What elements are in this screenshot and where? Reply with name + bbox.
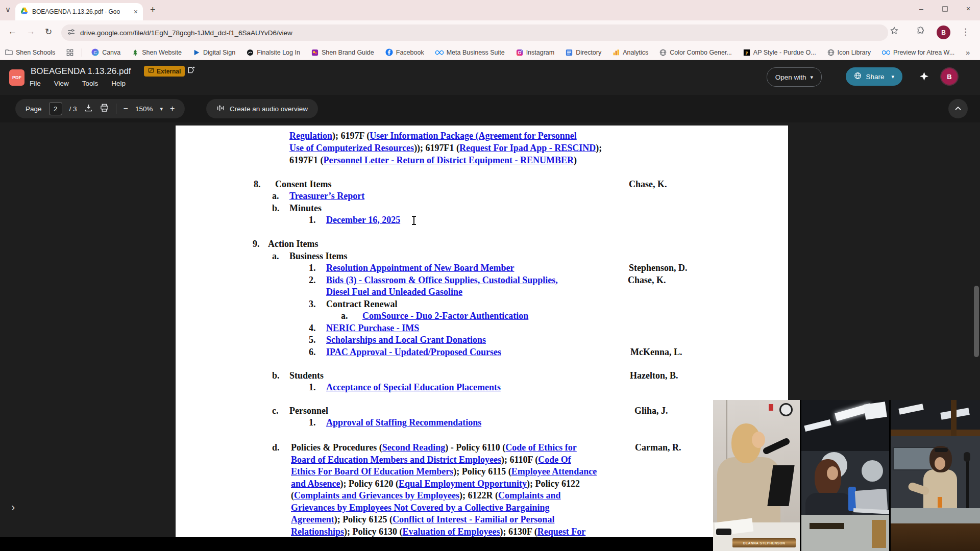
download-icon[interactable] xyxy=(84,104,93,114)
doc-link[interactable]: Employee Attendance xyxy=(511,466,597,477)
agenda-line: 9.Action Items xyxy=(176,239,788,250)
apps-grid-icon[interactable] xyxy=(66,49,74,56)
extensions-icon[interactable] xyxy=(916,27,925,37)
doc-link[interactable]: Acceptance of Special Education Placemen… xyxy=(326,382,501,392)
url-text: drive.google.com/file/d/1EgN_78gcgh-1JMd… xyxy=(80,29,292,37)
collapse-toolbar-button[interactable] xyxy=(948,99,968,118)
external-badge: External xyxy=(144,66,185,77)
menu-tools[interactable]: Tools xyxy=(82,80,99,87)
bookmark-star-icon[interactable] xyxy=(890,27,898,37)
bookmark-item[interactable]: Finalsite Log In xyxy=(247,49,300,56)
bookmark-item[interactable]: Directory xyxy=(566,49,601,56)
doc-link[interactable]: NERIC Purchase - IMS xyxy=(326,323,419,333)
doc-link[interactable]: Board of Education Members and District … xyxy=(291,455,501,465)
doc-link[interactable]: Grievances by Employees Not Covered by a… xyxy=(291,503,550,513)
bookmark-item[interactable]: Color Combo Gener... xyxy=(659,49,732,56)
doc-link[interactable]: Code Of xyxy=(538,455,571,465)
share-chevron-down-icon[interactable]: ▾ xyxy=(891,73,894,80)
doc-link[interactable]: and Absence xyxy=(291,479,340,489)
doc-link[interactable]: Ethics For Board Of Education Members xyxy=(291,466,453,477)
url-input[interactable]: drive.google.com/file/d/1EgN_78gcgh-1JMd… xyxy=(61,24,888,41)
maximize-button[interactable] xyxy=(933,0,957,17)
menu-help[interactable]: Help xyxy=(111,80,126,87)
bookmark-item[interactable]: Shen Website xyxy=(132,49,182,56)
bookmark-item[interactable]: PAP Style - Purdue O... xyxy=(743,49,816,56)
zoom-chevron-down-icon[interactable]: ▾ xyxy=(160,106,163,112)
doc-link[interactable]: Bids (3) - Classroom & Office Supplies, … xyxy=(326,275,558,285)
agenda-text-part: Personnel xyxy=(289,406,328,416)
menu-view[interactable]: View xyxy=(54,80,69,87)
doc-link[interactable]: User Information Package (Agreement for … xyxy=(370,131,576,141)
audio-overview-button[interactable]: Create an audio overview xyxy=(206,99,318,118)
open-with-button[interactable]: Open with ▾ xyxy=(767,67,822,87)
back-icon[interactable]: ← xyxy=(8,27,17,37)
print-icon[interactable] xyxy=(100,104,109,114)
doc-link[interactable]: Equal Employment Opportunity xyxy=(399,479,527,489)
site-settings-icon[interactable] xyxy=(67,28,75,38)
video-feed-2[interactable] xyxy=(801,400,889,551)
tab-close-icon[interactable]: × xyxy=(134,8,138,15)
doc-link[interactable]: Resolution Appointment of New Board Memb… xyxy=(326,263,514,273)
bookmark-item[interactable]: Meta Business Suite xyxy=(435,49,505,56)
tab-search-icon[interactable]: ∨ xyxy=(5,5,11,14)
doc-link[interactable]: Scholarships and Local Grant Donations xyxy=(326,335,486,345)
zoom-out-icon[interactable]: − xyxy=(124,104,128,113)
video-feed-1[interactable]: DEANNA STEPHENSON xyxy=(713,400,800,551)
gemini-sparkle-icon[interactable] xyxy=(919,71,929,83)
doc-link[interactable]: Second Reading xyxy=(382,442,446,453)
agenda-text-part: 1. xyxy=(309,263,316,273)
doc-link[interactable]: IPAC Approval - Updated/Proposed Courses xyxy=(326,347,501,357)
bookmark-item[interactable]: Analytics xyxy=(612,49,648,56)
agenda-line: 1.Acceptance of Special Education Placem… xyxy=(176,382,788,393)
doc-link[interactable]: ComSource - Duo 2-Factor Authentication xyxy=(362,311,528,321)
scrollbar-thumb[interactable] xyxy=(974,286,979,357)
new-tab-button[interactable]: + xyxy=(150,5,156,15)
doc-link[interactable]: Conflict of Interest - Familial or Perso… xyxy=(393,514,554,524)
zoom-level[interactable]: 150% xyxy=(135,105,153,113)
doc-link[interactable]: December 16, 2025 xyxy=(326,215,400,225)
doc-link[interactable]: Treasurer’s Report xyxy=(289,191,364,201)
doc-link[interactable]: Code of Ethics for xyxy=(505,442,576,453)
bookmark-item[interactable]: Icon Library xyxy=(827,49,871,56)
doc-link[interactable]: Use of Computerized Resources xyxy=(289,143,414,153)
doc-link[interactable]: Approval of Staffing Recommendations xyxy=(326,417,481,428)
bookmark-item[interactable]: Digital Sign xyxy=(193,49,235,56)
share-button[interactable]: Share ▾ xyxy=(846,67,902,86)
doc-link[interactable]: Agreement xyxy=(291,514,334,524)
browser-tab[interactable]: BOEAGENDA 1.13.26.pdf - Goo × xyxy=(15,3,143,20)
page-number-input[interactable]: 2 xyxy=(49,102,62,115)
doc-link[interactable]: Regulation xyxy=(289,131,332,141)
bookmark-label: Analytics xyxy=(623,49,648,56)
doc-link[interactable]: Request For Ipad App - RESCIND xyxy=(459,143,596,153)
reload-icon[interactable]: ↻ xyxy=(45,27,52,37)
agenda-line: a.Treasurer’s Report xyxy=(176,191,788,202)
bookmarks-overflow-icon[interactable]: » xyxy=(966,48,977,57)
agenda-text-part: ComSource - Duo 2-Factor Authentication xyxy=(362,311,528,321)
video-feed-3[interactable] xyxy=(891,400,980,551)
agenda-text-part: Chase, K. xyxy=(629,179,667,190)
bookmark-item[interactable]: Shen Schools xyxy=(5,48,55,56)
menu-kebab-icon[interactable]: ⋮ xyxy=(961,27,970,37)
sidebar-expand-icon[interactable]: › xyxy=(11,501,15,514)
minimize-button[interactable]: – xyxy=(910,0,933,17)
phone xyxy=(716,529,731,535)
account-avatar[interactable]: B xyxy=(941,68,958,85)
bookmark-item[interactable]: Instagram xyxy=(516,49,555,56)
label-add-icon[interactable] xyxy=(187,66,195,77)
doc-link[interactable]: Relationships xyxy=(291,527,344,537)
bookmark-item[interactable]: Facebook xyxy=(385,48,424,56)
doc-link[interactable]: Evaluation of Employees xyxy=(403,527,500,537)
bookmark-item[interactable]: CCanva xyxy=(91,48,120,56)
zoom-in-icon[interactable]: + xyxy=(170,104,175,113)
menu-file[interactable]: File xyxy=(30,80,41,87)
bookmark-item[interactable]: Preview for Atrea W... xyxy=(882,49,954,56)
doc-link[interactable]: Complaints and Grievances by Employees xyxy=(294,490,459,500)
doc-link[interactable]: Personnel Letter - Return of District Eq… xyxy=(324,155,574,165)
doc-link[interactable]: Request For xyxy=(537,527,585,537)
doc-link[interactable]: Diesel Fuel and Unleaded Gasoline xyxy=(326,287,462,297)
close-window-button[interactable]: × xyxy=(957,0,980,17)
browser-profile-avatar[interactable]: B xyxy=(937,26,950,39)
doc-link[interactable]: Complaints and xyxy=(498,490,561,500)
doc-text: b. xyxy=(272,370,280,381)
bookmark-item[interactable]: Shen Brand Guide xyxy=(311,49,374,56)
